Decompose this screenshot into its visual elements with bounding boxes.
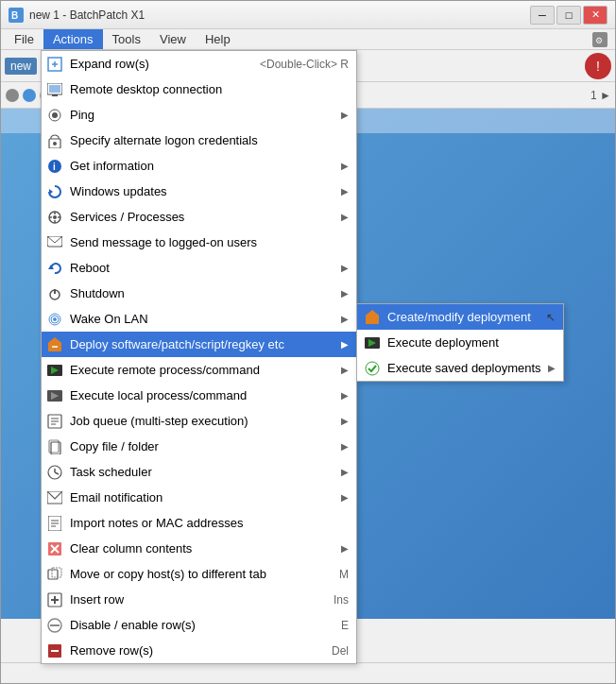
menu-job-queue[interactable]: Job queue (multi-step execution) ▶ [42, 408, 356, 434]
submenu-execute-saved[interactable]: Execute saved deployments ▶ [357, 355, 563, 381]
menu-task-sched[interactable]: Task scheduler ▶ [42, 459, 356, 485]
content-icon-2 [22, 88, 37, 103]
svg-rect-64 [48, 570, 58, 579]
get-info-icon: i [45, 157, 64, 176]
menu-file[interactable]: File [5, 29, 43, 49]
menu-send-msg-label: Send message to logged-on users [70, 235, 349, 249]
menu-copy-file[interactable]: Copy file / folder ▶ [42, 434, 356, 459]
menu-win-updates[interactable]: Windows updates ▶ [42, 179, 356, 204]
deploy-arrow: ▶ [341, 339, 349, 350]
email-arrow: ▶ [341, 492, 349, 503]
svg-point-20 [52, 112, 58, 118]
menu-remote-desktop[interactable]: Remote desktop connection [42, 77, 356, 102]
menu-clear-col[interactable]: Clear column contents ▶ [42, 536, 356, 561]
svg-point-77 [366, 362, 379, 375]
win-updates-icon [45, 182, 64, 201]
menu-services-label: Services / Processes [70, 210, 335, 224]
svg-text:i: i [53, 162, 56, 172]
menu-view[interactable]: View [150, 29, 196, 49]
menu-expand-rows-label: Expand row(s) [70, 57, 254, 71]
new-tab-button[interactable]: new [5, 58, 37, 75]
execute-deploy-icon [363, 333, 382, 352]
menu-get-info[interactable]: i Get information ▶ [42, 153, 356, 179]
svg-marker-41 [49, 337, 60, 342]
svg-text:B: B [11, 10, 18, 21]
services-arrow: ▶ [341, 212, 349, 222]
svg-point-9 [6, 89, 19, 102]
task-sched-arrow: ▶ [341, 467, 349, 477]
menu-email[interactable]: Email notification ▶ [42, 485, 356, 510]
exec-local-arrow: ▶ [341, 390, 349, 401]
execute-saved-icon [363, 359, 382, 378]
content-icon-1 [5, 88, 20, 103]
svg-point-10 [23, 89, 36, 102]
menu-move-copy-label: Move or copy host(s) to different tab [70, 567, 334, 581]
menu-ping[interactable]: Ping ▶ [42, 102, 356, 128]
menu-alt-logon-label: Specify alternate logon credentials [70, 133, 349, 147]
toolbar-icon-1: ⚙ [592, 32, 607, 47]
remote-desktop-icon [45, 80, 64, 99]
svg-line-55 [55, 472, 59, 474]
menu-get-info-label: Get information [70, 159, 335, 173]
menu-expand-rows[interactable]: Expand row(s) <Double-Click> R [42, 51, 356, 77]
menu-import-notes[interactable]: Import notes or MAC addresses [42, 510, 356, 536]
main-window: B new 1 - BatchPatch X1 ─ □ ✕ File Actio… [0, 0, 616, 684]
menu-copy-file-label: Copy file / folder [70, 439, 335, 453]
insert-row-icon [45, 590, 64, 609]
svg-rect-19 [52, 94, 58, 96]
exec-remote-icon [45, 361, 64, 380]
menu-tools[interactable]: Tools [103, 29, 150, 49]
svg-point-39 [53, 317, 57, 321]
clear-col-icon [45, 539, 64, 558]
menu-send-msg[interactable]: Send message to logged-on users [42, 230, 356, 255]
menu-help[interactable]: Help [196, 29, 240, 49]
menu-exec-remote[interactable]: Execute remote process/command ▶ [42, 357, 356, 383]
menu-ping-label: Ping [70, 108, 335, 122]
menu-disable-row-shortcut: E [341, 619, 349, 632]
wol-arrow: ▶ [341, 314, 349, 324]
menu-win-updates-label: Windows updates [70, 184, 335, 198]
menu-alt-logon[interactable]: Specify alternate logon credentials [42, 128, 356, 153]
send-msg-icon [45, 233, 64, 252]
deploy-submenu: Create/modify deployment ↖ Execute deplo… [356, 303, 564, 382]
shutdown-icon [45, 284, 64, 303]
menu-reboot-label: Reboot [70, 261, 335, 275]
status-bar [1, 662, 615, 683]
menu-insert-row[interactable]: Insert row Ins [42, 587, 356, 612]
submenu-execute-deploy-label: Execute deployment [387, 335, 556, 350]
menu-disable-row[interactable]: Disable / enable row(s) E [42, 612, 356, 638]
menu-exec-remote-label: Execute remote process/command [70, 363, 335, 377]
window-controls: ─ □ ✕ [530, 6, 607, 25]
import-notes-icon [45, 514, 64, 533]
menu-expand-rows-shortcut: <Double-Click> R [260, 58, 349, 71]
submenu-execute-deploy[interactable]: Execute deployment [357, 330, 563, 355]
exec-local-icon [45, 386, 64, 405]
menu-wol[interactable]: Wake On LAN ▶ [42, 306, 356, 332]
maximize-button[interactable]: □ [556, 6, 581, 25]
menu-reboot[interactable]: Reboot ▶ [42, 255, 356, 281]
menu-shutdown[interactable]: Shutdown ▶ [42, 281, 356, 306]
svg-rect-73 [366, 315, 379, 324]
title-bar: B new 1 - BatchPatch X1 ─ □ ✕ [1, 1, 615, 29]
services-icon [45, 208, 64, 227]
menu-services[interactable]: Services / Processes ▶ [42, 204, 356, 230]
menu-actions[interactable]: Actions [43, 29, 103, 49]
mouse-cursor: ↖ [546, 311, 556, 324]
menu-move-copy[interactable]: Move or copy host(s) to different tab M [42, 561, 356, 587]
menu-bar: File Actions Tools View Help ⚙ [1, 29, 615, 50]
close-button[interactable]: ✕ [583, 6, 607, 25]
menu-remove-row[interactable]: Remove row(s) Del [42, 638, 356, 663]
submenu-execute-saved-label: Execute saved deployments [387, 361, 542, 375]
menu-email-label: Email notification [70, 490, 335, 504]
menu-import-notes-label: Import notes or MAC addresses [70, 516, 349, 530]
reboot-arrow: ▶ [341, 263, 349, 273]
menu-shutdown-label: Shutdown [70, 286, 335, 300]
svg-marker-26 [49, 189, 53, 195]
menu-exec-local-label: Execute local process/command [70, 388, 335, 402]
submenu-create-modify[interactable]: Create/modify deployment ↖ [357, 304, 563, 330]
menu-deploy[interactable]: Deploy software/patch/script/regkey etc … [42, 332, 356, 357]
menu-exec-local[interactable]: Execute local process/command ▶ [42, 383, 356, 408]
ping-arrow: ▶ [341, 110, 349, 120]
minimize-button[interactable]: ─ [530, 6, 555, 25]
menu-remote-desktop-label: Remote desktop connection [70, 82, 349, 96]
